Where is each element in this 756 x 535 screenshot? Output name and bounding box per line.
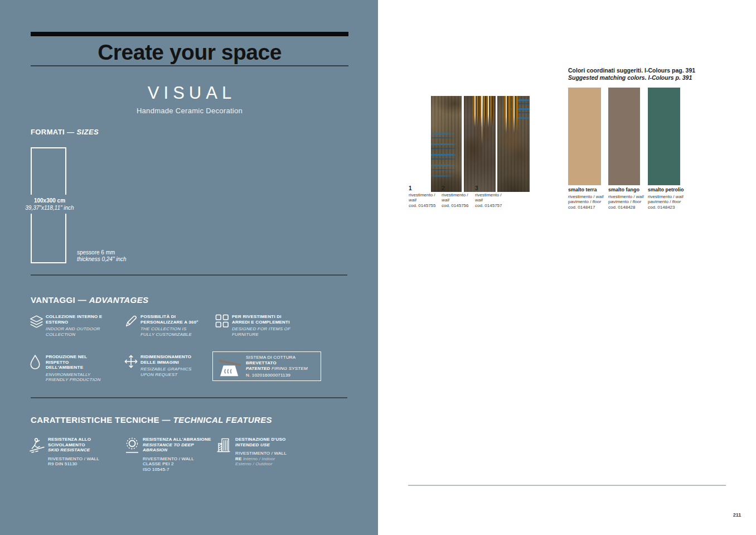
top-black-bar	[31, 32, 348, 36]
vantaggi-heading: VANTAGGI — ADVANTAGES	[31, 295, 148, 305]
abrasion-resistance-icon	[124, 437, 143, 472]
intended-use-building-icon	[216, 437, 235, 467]
catalog-spread: Create your space VISUAL Handmade Cerami…	[0, 0, 756, 535]
technical-feature-item: RESISTENZA ALL'ABRASIONE RESISTANCE TO D…	[124, 437, 216, 472]
tile-3-drips	[504, 96, 520, 133]
swatch-petrolio-caption: smalto petrolio rivestimento / wall pavi…	[648, 187, 687, 210]
layers-icon	[29, 314, 46, 337]
section-divider	[31, 274, 347, 276]
advantage-item: POSSIBILITÀ DI PERSONALIZZARE A 360° THE…	[124, 314, 201, 337]
advantage-item: PER RIVESTIMENTI DI ARREDI E COMPLEMENTI…	[215, 314, 292, 337]
swatch-fango-caption: smalto fango rivestimento / wall pavimen…	[608, 187, 647, 210]
tecniche-heading: CARATTERISTICHE TECNICHE — TECHNICAL FEA…	[31, 415, 272, 425]
tile-2-drips	[473, 96, 493, 127]
patent-number: N. 102016000071139	[246, 373, 321, 378]
matching-colours-heading: Colori coordinati suggeriti. I-Colours p…	[568, 67, 695, 81]
tile-1-blue-streaks	[431, 131, 455, 177]
product-tile-2-image	[464, 96, 496, 192]
size-label: 100x300 cm 39,37"x118,11" inch	[21, 195, 78, 214]
left-page: Create your space VISUAL Handmade Cerami…	[0, 0, 378, 535]
colour-swatch-terra	[568, 88, 601, 185]
colour-swatch-fango	[608, 88, 640, 185]
formati-heading: FORMATI — SIZES	[31, 128, 99, 136]
collection-name: VISUAL	[31, 83, 348, 103]
product-tile-1-image	[431, 96, 462, 192]
page-title: Create your space	[31, 40, 348, 65]
product-tile-3-image	[497, 96, 530, 192]
tile-2-long-drip	[481, 96, 483, 145]
tile-1-caption: 1 rivestimento / wall cod. 0145755	[409, 186, 441, 208]
advantage-item: RIDIMENSIONAMENTO DELLE IMMAGINI RESIZAB…	[124, 354, 201, 377]
skid-resistance-icon	[29, 437, 48, 467]
pencil-icon	[124, 314, 140, 337]
technical-feature-item: RESISTENZA ALLO SCIVOLAMENTO SKID RESIST…	[29, 437, 110, 467]
title-underline	[31, 65, 348, 66]
section-divider	[31, 397, 347, 398]
footer-rule	[408, 485, 726, 486]
page-number: 211	[728, 512, 746, 518]
furniture-grid-icon	[215, 314, 232, 337]
resize-arrows-icon	[124, 354, 140, 377]
tile-2-caption: 2 rivestimento / wall cod. 0145756	[442, 186, 474, 208]
collection-subtitle: Handmade Ceramic Decoration	[31, 107, 348, 115]
colour-swatch-petrolio	[648, 88, 680, 185]
advantage-item: COLLEZIONE INTERNO E ESTERNO INDOOR AND …	[29, 314, 106, 337]
patent-firing-system-box: SISTEMA DI COTTURA BREVETTATO PATENTED F…	[212, 351, 321, 381]
swatch-terra-caption: smalto terra rivestimento / wall pavimen…	[568, 187, 607, 210]
advantage-item: PRODUZIONE NEL RISPETTO DELL'AMBIENTE EN…	[29, 354, 106, 383]
tile-3-caption: 3 rivestimento / wall cod. 0145757	[475, 186, 507, 208]
thickness-label: spessore 6 mm thickness 0,24" inch	[77, 249, 127, 263]
technical-feature-item: DESTINAZIONE D'USO INTENDED USE RIVESTIM…	[216, 437, 298, 467]
droplet-icon	[29, 354, 46, 383]
kiln-icon	[218, 356, 243, 378]
